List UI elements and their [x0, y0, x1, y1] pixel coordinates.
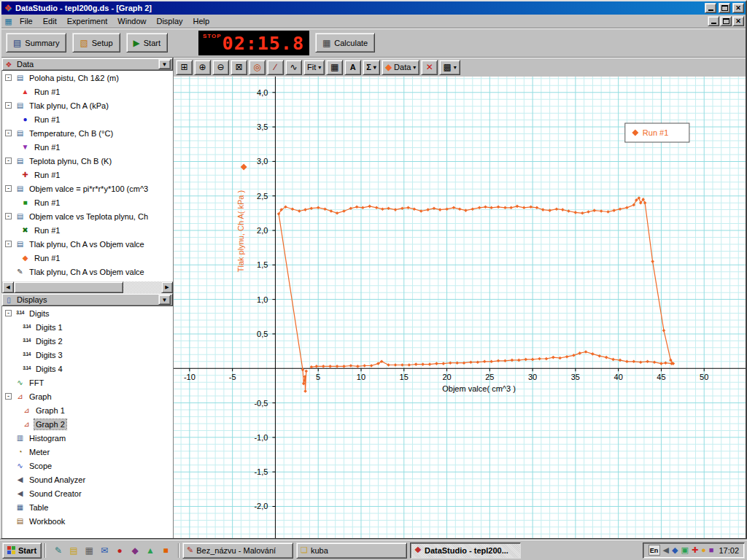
- display-item-digits-2[interactable]: 3.14Digits 2: [2, 334, 173, 348]
- zoom-out-button[interactable]: ⊖: [212, 60, 229, 75]
- kuba-folder-task-button[interactable]: ❏kuba: [296, 542, 407, 559]
- display-tray-icon[interactable]: ▣: [681, 546, 689, 554]
- display-item-graph[interactable]: -⊿Graph: [2, 389, 173, 403]
- text-tool-button[interactable]: A: [344, 60, 361, 75]
- run-item[interactable]: ▲Run #1: [2, 85, 173, 98]
- data-source-item[interactable]: -▤Tlak plynu, Ch A (kPa): [2, 98, 173, 112]
- child-close-button[interactable]: ✕: [732, 16, 744, 26]
- display-item-histogram[interactable]: ▥Histogram: [2, 431, 173, 445]
- minimize-button[interactable]: [705, 3, 716, 13]
- scroll-left-button[interactable]: ◀: [2, 281, 14, 293]
- paint-task-button[interactable]: ✎Bez_názvu - Malování: [182, 542, 293, 559]
- child-restore-button[interactable]: [720, 16, 732, 26]
- display-item-digits-3[interactable]: 3.14Digits 3: [2, 348, 173, 362]
- display-item-workbook[interactable]: ▤Workbook: [2, 514, 173, 528]
- child-minimize-button[interactable]: [708, 16, 719, 26]
- summary-button[interactable]: ▤ Summary: [6, 33, 66, 52]
- digits-icon: 3.14: [15, 311, 26, 316]
- graph-plot-area[interactable]: -10-551015202530354045504,03,53,02,52,01…: [174, 77, 746, 538]
- quick-launch-icon-5[interactable]: ●: [113, 544, 126, 557]
- collapse-toggle[interactable]: -: [5, 393, 12, 400]
- fit-line-tool-button[interactable]: ∿: [285, 60, 302, 75]
- zoom-in-button[interactable]: ⊕: [194, 60, 211, 75]
- collapse-toggle[interactable]: -: [5, 185, 12, 192]
- collapse-toggle[interactable]: -: [5, 102, 12, 109]
- quick-launch-icon-6[interactable]: ◆: [128, 544, 142, 557]
- scrollbar-thumb[interactable]: [14, 281, 123, 293]
- display-item-table[interactable]: ▦Table: [2, 500, 173, 514]
- quick-launch-icon-2[interactable]: ▤: [67, 544, 80, 557]
- graph-options-menu-button[interactable]: ▩▾: [439, 60, 460, 75]
- data-panel-menu-button[interactable]: ▼: [158, 59, 171, 69]
- collapse-toggle[interactable]: -: [5, 241, 12, 247]
- zoom-select-button[interactable]: ⊠: [231, 60, 247, 75]
- data-source-item[interactable]: -▤Temperature, Ch B (°C): [2, 126, 173, 140]
- quick-launch-icon-1[interactable]: ✎: [52, 544, 65, 557]
- data-menu-button[interactable]: ◆Data▾: [382, 60, 420, 75]
- collapse-toggle[interactable]: -: [5, 310, 12, 316]
- quick-launch-icon-4[interactable]: ✉: [98, 544, 111, 557]
- menu-file[interactable]: File: [15, 15, 38, 27]
- display-item-scope[interactable]: ∿Scope: [2, 459, 173, 472]
- display-item-fft[interactable]: ∿FFT: [2, 376, 173, 389]
- close-button[interactable]: ✕: [732, 3, 744, 13]
- quick-launch-icon-7[interactable]: ▲: [144, 544, 157, 557]
- calculate-button[interactable]: ▦ Calculate: [315, 33, 375, 52]
- quick-launch-icon-3[interactable]: ▦: [82, 544, 96, 557]
- datastudio-task-button[interactable]: ❖DataStudio - tepl200...: [410, 542, 521, 559]
- run-item[interactable]: ✖Run #1: [2, 223, 173, 237]
- display-item-meter[interactable]: ◔Meter: [2, 445, 173, 459]
- menu-help[interactable]: Help: [188, 15, 215, 27]
- data-source-item[interactable]: -▤Objem valce = pi*r*r*y*100 (cm^3: [2, 182, 173, 195]
- timer-value: 02:15.8: [222, 33, 304, 54]
- menu-edit[interactable]: Edit: [38, 15, 62, 27]
- data-source-item[interactable]: -▤Objem valce vs Teplota plynu, Ch: [2, 209, 173, 223]
- start-button[interactable]: ▶ Start: [126, 33, 168, 52]
- update-tray-icon[interactable]: ●: [701, 546, 706, 554]
- scrollbar-track[interactable]: [14, 281, 161, 293]
- menu-experiment[interactable]: Experiment: [62, 15, 113, 27]
- collapse-toggle[interactable]: -: [5, 213, 12, 219]
- data-source-item[interactable]: -▤Tlak plynu, Ch A vs Objem valce: [2, 237, 173, 251]
- start-menu-button[interactable]: Start: [2, 542, 42, 559]
- delete-button[interactable]: ✕: [421, 60, 438, 75]
- display-item-digits-4[interactable]: 3.14Digits 4: [2, 362, 173, 376]
- scheduler-tray-icon[interactable]: ◆: [672, 546, 678, 554]
- calculator-button[interactable]: ▦: [326, 60, 343, 75]
- antivirus-tray-icon[interactable]: ✚: [692, 546, 698, 554]
- display-item-digits[interactable]: -3.14Digits: [2, 306, 173, 320]
- collapse-toggle[interactable]: -: [5, 130, 12, 136]
- scale-to-fit-button[interactable]: ⊞: [176, 60, 193, 75]
- data-source-item[interactable]: -▤Teplota plynu, Ch B (K): [2, 154, 173, 168]
- language-indicator[interactable]: En: [649, 545, 660, 556]
- fft-icon: ∿: [15, 379, 26, 386]
- display-item-sound-analyzer[interactable]: ◀Sound Analyzer: [2, 472, 173, 486]
- menu-display[interactable]: Display: [151, 15, 187, 27]
- run-item[interactable]: ✚Run #1: [2, 168, 173, 182]
- collapse-toggle[interactable]: -: [5, 158, 12, 164]
- smart-tool-button[interactable]: ◎: [249, 60, 266, 75]
- run-item[interactable]: ■Run #1: [2, 195, 173, 209]
- firewall-tray-icon[interactable]: ■: [709, 546, 714, 554]
- volume-tray-icon[interactable]: ◀: [663, 546, 669, 554]
- datastudio-window: ❖ DataStudio - tepl200g.ds - [Graph 2] ✕…: [0, 0, 747, 540]
- setup-button[interactable]: ▧ Setup: [72, 33, 120, 52]
- display-item-graph-1[interactable]: ⊿Graph 1: [2, 403, 173, 417]
- run-item[interactable]: ◆Run #1: [2, 251, 173, 265]
- display-item-digits-1[interactable]: 3.14Digits 1: [2, 320, 173, 334]
- slope-tool-button[interactable]: ∕: [267, 60, 284, 75]
- maximize-button[interactable]: [719, 3, 730, 13]
- displays-panel-menu-button[interactable]: ▼: [158, 295, 171, 305]
- run-item[interactable]: ●Run #1: [2, 112, 173, 126]
- scroll-right-button[interactable]: ▶: [161, 281, 173, 293]
- menu-window[interactable]: Window: [112, 15, 151, 27]
- data-source-item[interactable]: -▤Poloha pistu, Ch 1&2 (m): [2, 71, 173, 85]
- run-item[interactable]: ▼Run #1: [2, 140, 173, 154]
- collapse-toggle[interactable]: -: [5, 74, 12, 81]
- fit-menu-button[interactable]: Fit▾: [303, 60, 325, 75]
- display-item-sound-creator[interactable]: ◀Sound Creator: [2, 486, 173, 500]
- display-item-graph-2[interactable]: ⊿Graph 2: [2, 417, 173, 431]
- statistics-menu-button[interactable]: Σ▾: [363, 60, 380, 75]
- quick-launch-icon-8[interactable]: ■: [159, 544, 172, 557]
- data-source-item[interactable]: ✎Tlak plynu, Ch A vs Objem valce: [2, 265, 173, 279]
